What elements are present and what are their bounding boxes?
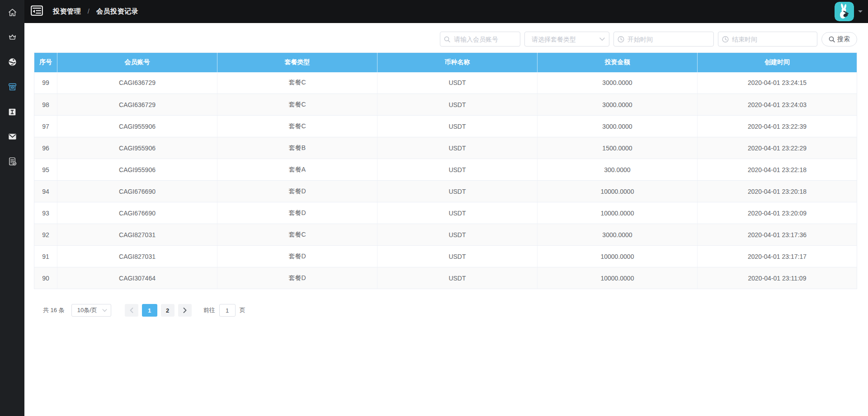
table-row: 92 CAGI827031 套餐C USDT 3000.0000 2020-04… [34, 224, 857, 246]
cell-account: CAGI955906 [57, 137, 217, 159]
cell-amount: 10000.0000 [537, 267, 697, 289]
cell-currency: USDT [377, 181, 537, 202]
cell-amount: 3000.0000 [537, 94, 697, 116]
cell-amount: 3000.0000 [537, 116, 697, 137]
cell-currency: USDT [377, 72, 537, 94]
table-header: 序号 会员账号 套餐类型 币种名称 投资金额 创建时间 [34, 53, 857, 72]
document-check-icon [7, 156, 18, 167]
sidebar-toggle-button[interactable] [31, 5, 43, 18]
cell-account: CAGI676690 [57, 181, 217, 202]
cell-index: 90 [34, 267, 57, 289]
home-icon [7, 7, 18, 18]
table-row: 97 CAGI955906 套餐C USDT 3000.0000 2020-04… [34, 116, 857, 137]
package-select-input[interactable] [524, 32, 609, 47]
cell-package: 套餐A [217, 159, 377, 181]
cell-account: CAGI955906 [57, 159, 217, 181]
cell-account: CAGI636729 [57, 94, 217, 116]
cell-amount: 10000.0000 [537, 202, 697, 224]
cell-index: 95 [34, 159, 57, 181]
navbar: 投资管理 / 会员投资记录 [24, 0, 868, 23]
cell-package: 套餐C [217, 72, 377, 94]
cell-currency: USDT [377, 137, 537, 159]
clock-icon [722, 36, 729, 42]
goto-page-input[interactable] [219, 304, 236, 317]
cell-amount: 3000.0000 [537, 72, 697, 94]
table-row: 96 CAGI955906 套餐B USDT 1500.0000 2020-04… [34, 137, 857, 159]
cell-time: 2020-04-01 23:20:18 [697, 181, 857, 202]
total-count-label: 共 16 条 [43, 306, 65, 314]
column-header-package: 套餐类型 [217, 53, 377, 72]
prev-page-button[interactable] [125, 304, 138, 317]
cell-time: 2020-04-01 23:17:17 [697, 246, 857, 267]
cell-amount: 3000.0000 [537, 224, 697, 246]
sidebar-item-crown[interactable] [0, 25, 24, 50]
table-row: 90 CAGI307464 套餐D USDT 10000.0000 2020-0… [34, 267, 857, 289]
table-row: 98 CAGI636729 套餐C USDT 3000.0000 2020-04… [34, 94, 857, 116]
cell-account: CAGI676690 [57, 202, 217, 224]
cell-time: 2020-04-01 23:22:39 [697, 116, 857, 137]
globe-icon [7, 57, 18, 67]
end-time-field [718, 32, 817, 47]
page-size-value: 10条/页 [77, 306, 97, 314]
search-button[interactable]: 搜索 [821, 32, 857, 47]
cell-account: CAGI827031 [57, 246, 217, 267]
column-header-index: 序号 [34, 53, 57, 72]
cell-time: 2020-04-01 23:20:09 [697, 202, 857, 224]
start-time-input[interactable] [613, 32, 714, 47]
cell-package: 套餐C [217, 94, 377, 116]
column-header-time: 创建时间 [697, 53, 857, 72]
table-body: 99 CAGI636729 套餐C USDT 3000.0000 2020-04… [34, 72, 857, 289]
sidebar-item-home[interactable] [0, 0, 24, 25]
cell-index: 94 [34, 181, 57, 202]
table-row: 95 CAGI955906 套餐A USDT 300.0000 2020-04-… [34, 159, 857, 181]
column-header-currency: 币种名称 [377, 53, 537, 72]
search-icon [444, 36, 450, 42]
cell-amount: 300.0000 [537, 159, 697, 181]
main-content: 搜索 序号 会员账号 套餐类型 币种名称 投资金额 创建时间 99 CAGI63… [24, 23, 868, 317]
cell-amount: 1500.0000 [537, 137, 697, 159]
table-row: 94 CAGI676690 套餐D USDT 10000.0000 2020-0… [34, 181, 857, 202]
column-header-account: 会员账号 [57, 53, 217, 72]
cell-time: 2020-04-01 23:17:36 [697, 224, 857, 246]
chevron-down-icon [599, 37, 605, 41]
account-search-field [440, 32, 520, 47]
page-size-select[interactable]: 10条/页 [71, 304, 111, 317]
cell-time: 2020-04-01 23:11:09 [697, 267, 857, 289]
cell-package: 套餐D [217, 246, 377, 267]
chevron-right-icon [183, 308, 187, 313]
sidebar-item-info[interactable] [0, 99, 24, 124]
page-button-2[interactable]: 2 [161, 304, 175, 317]
column-header-amount: 投资金额 [537, 53, 697, 72]
cell-time: 2020-04-01 23:22:18 [697, 159, 857, 181]
cell-time: 2020-04-01 23:24:03 [697, 94, 857, 116]
cell-index: 98 [34, 94, 57, 116]
sidebar-item-globe[interactable] [0, 50, 24, 75]
cell-package: 套餐D [217, 202, 377, 224]
breadcrumb-separator: / [88, 7, 90, 15]
next-page-button[interactable] [178, 304, 192, 317]
goto-label: 前往 [203, 306, 215, 314]
sidebar-item-report[interactable] [0, 149, 24, 174]
cell-package: 套餐D [217, 267, 377, 289]
end-time-input[interactable] [718, 32, 817, 47]
account-input[interactable] [440, 32, 520, 47]
user-menu-caret-icon[interactable] [858, 10, 863, 13]
sidebar-item-investment[interactable] [0, 75, 24, 99]
page-button-1[interactable]: 1 [142, 304, 157, 317]
search-icon [829, 36, 835, 42]
breadcrumb-section[interactable]: 投资管理 [53, 7, 81, 15]
cell-amount: 10000.0000 [537, 181, 697, 202]
sidebar-item-mail[interactable] [0, 124, 24, 149]
goto-page-group: 前往 页 [203, 304, 245, 317]
cell-package: 套餐C [217, 224, 377, 246]
pagination: 共 16 条 10条/页 1 2 [43, 304, 857, 317]
cell-account: CAGI955906 [57, 116, 217, 137]
cell-amount: 10000.0000 [537, 246, 697, 267]
cell-account: CAGI636729 [57, 72, 217, 94]
chevron-left-icon [130, 308, 133, 313]
avatar[interactable] [835, 2, 854, 21]
chevron-down-icon [102, 309, 107, 312]
table-row: 91 CAGI827031 套餐D USDT 10000.0000 2020-0… [34, 246, 857, 267]
cell-currency: USDT [377, 202, 537, 224]
cell-account: CAGI307464 [57, 267, 217, 289]
